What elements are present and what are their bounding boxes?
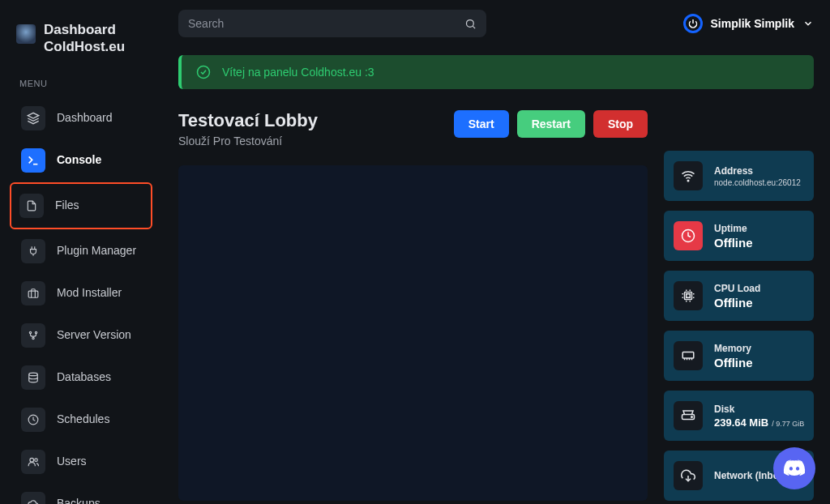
sidebar-item-label: Databases xyxy=(57,370,111,384)
sidebar-item-label: Users xyxy=(57,455,87,468)
svg-rect-15 xyxy=(685,293,692,300)
plug-icon xyxy=(21,239,45,263)
stat-value: 239.64 MiB xyxy=(714,416,768,429)
sidebar-item-label: Backups xyxy=(57,497,101,504)
svg-point-31 xyxy=(691,416,693,418)
action-buttons: Start Restart Stop xyxy=(454,110,648,138)
search-box[interactable] xyxy=(178,10,486,37)
sidebar-item-databases[interactable]: Databases xyxy=(11,357,151,398)
chevron-down-icon xyxy=(802,18,814,29)
file-icon xyxy=(19,194,44,218)
svg-rect-2 xyxy=(28,291,38,297)
topbar: Simplik Simplik xyxy=(178,0,814,41)
svg-rect-25 xyxy=(682,352,694,359)
brand-title-line2: ColdHost.eu xyxy=(44,38,125,55)
svg-point-3 xyxy=(29,331,31,333)
stop-button[interactable]: Stop xyxy=(593,110,648,138)
sidebar-item-console[interactable]: Console xyxy=(11,140,151,181)
menu-heading: MENU xyxy=(8,64,154,96)
left-column: Testovací Lobby Slouží Pro Testování Sta… xyxy=(178,110,648,501)
search-icon xyxy=(464,18,477,30)
sidebar-item-schedules[interactable]: Schedules xyxy=(11,399,151,440)
cloud-icon xyxy=(21,492,45,505)
brand-title-line1: Dashboard xyxy=(44,21,125,38)
sidebar-item-label: Console xyxy=(57,153,101,167)
stat-value: node.coldhost.eu:26012 xyxy=(714,178,801,187)
menu-list: Dashboard Console Files Plugin Manager M xyxy=(8,98,154,505)
sidebar-item-backups[interactable]: Backups xyxy=(11,484,151,505)
hdd-icon xyxy=(674,401,703,430)
briefcase-icon xyxy=(21,281,45,305)
stat-label: Memory xyxy=(714,343,753,354)
stat-label: Address xyxy=(714,165,801,177)
svg-point-12 xyxy=(198,66,210,79)
sidebar-item-label: Schedules xyxy=(57,412,109,426)
svg-point-9 xyxy=(35,458,38,461)
brand: Dashboard ColdHost.eu xyxy=(8,8,154,64)
stat-label: CPU Load xyxy=(714,283,760,294)
power-icon xyxy=(683,14,703,33)
terminal-icon xyxy=(21,148,45,173)
wifi-icon xyxy=(674,161,703,190)
start-button[interactable]: Start xyxy=(454,110,509,138)
stat-value: Offline xyxy=(714,236,753,250)
user-menu[interactable]: Simplik Simplik xyxy=(683,14,814,33)
console-output[interactable] xyxy=(178,165,648,501)
stat-value: Offline xyxy=(714,296,760,310)
brand-title: Dashboard ColdHost.eu xyxy=(44,21,125,56)
sidebar-item-dashboard[interactable]: Dashboard xyxy=(11,98,151,139)
cpu-icon xyxy=(674,281,703,310)
svg-point-4 xyxy=(35,331,36,333)
stat-address: Address node.coldhost.eu:26012 xyxy=(664,151,814,201)
sidebar-item-plugin-manager[interactable]: Plugin Manager xyxy=(11,231,151,271)
svg-point-10 xyxy=(467,19,474,27)
stat-disk: Disk 239.64 MiB / 9.77 GiB xyxy=(664,391,814,441)
clock-icon xyxy=(674,221,703,250)
sidebar-item-files[interactable]: Files xyxy=(10,182,152,229)
sidebar-item-users[interactable]: Users xyxy=(11,442,151,482)
branch-icon xyxy=(21,323,45,348)
download-cloud-icon xyxy=(674,461,703,490)
main: Simplik Simplik Vítej na panelu Coldhost… xyxy=(162,0,830,504)
stat-cpu: CPU Load Offline xyxy=(664,271,814,321)
memory-icon xyxy=(674,341,703,370)
clock-icon xyxy=(21,408,45,432)
sidebar-item-server-version[interactable]: Server Version xyxy=(11,315,151,356)
page-header: Testovací Lobby Slouží Pro Testování Sta… xyxy=(178,110,648,147)
brand-logo-icon xyxy=(16,24,36,44)
search-input[interactable] xyxy=(188,17,464,30)
page-subtitle: Slouží Pro Testování xyxy=(178,135,318,147)
welcome-banner: Vítej na panelu Coldhost.eu :3 xyxy=(178,55,814,89)
stat-label: Uptime xyxy=(714,223,753,234)
svg-point-5 xyxy=(32,337,34,339)
stat-uptime: Uptime Offline xyxy=(664,211,814,261)
stat-label: Disk xyxy=(714,404,804,415)
svg-line-11 xyxy=(473,26,475,28)
svg-point-13 xyxy=(687,180,689,182)
checkmark-circle-icon xyxy=(196,65,211,79)
database-icon xyxy=(21,365,45,390)
discord-button[interactable] xyxy=(773,447,815,489)
layers-icon xyxy=(21,106,45,130)
sidebar: Dashboard ColdHost.eu MENU Dashboard Con… xyxy=(0,0,162,504)
svg-point-6 xyxy=(29,373,38,376)
stat-value: Offline xyxy=(714,356,753,369)
stat-max: / 9.77 GiB xyxy=(772,420,804,428)
stat-memory: Memory Offline xyxy=(664,331,814,381)
page-title: Testovací Lobby xyxy=(178,110,318,131)
user-name: Simplik Simplik xyxy=(711,17,794,30)
restart-button[interactable]: Restart xyxy=(517,110,585,138)
svg-point-8 xyxy=(30,458,34,462)
sidebar-item-label: Files xyxy=(55,199,79,212)
users-icon xyxy=(21,450,45,474)
banner-text: Vítej na panelu Coldhost.eu :3 xyxy=(222,66,374,79)
sidebar-item-label: Mod Installer xyxy=(57,286,122,300)
sidebar-item-mod-installer[interactable]: Mod Installer xyxy=(11,273,151,314)
content: Testovací Lobby Slouží Pro Testování Sta… xyxy=(178,110,814,501)
sidebar-item-label: Dashboard xyxy=(57,111,113,125)
svg-marker-0 xyxy=(28,113,38,118)
sidebar-item-label: Server Version xyxy=(57,328,131,342)
sidebar-item-label: Plugin Manager xyxy=(57,244,136,258)
discord-icon xyxy=(783,457,806,480)
svg-rect-16 xyxy=(687,294,691,298)
